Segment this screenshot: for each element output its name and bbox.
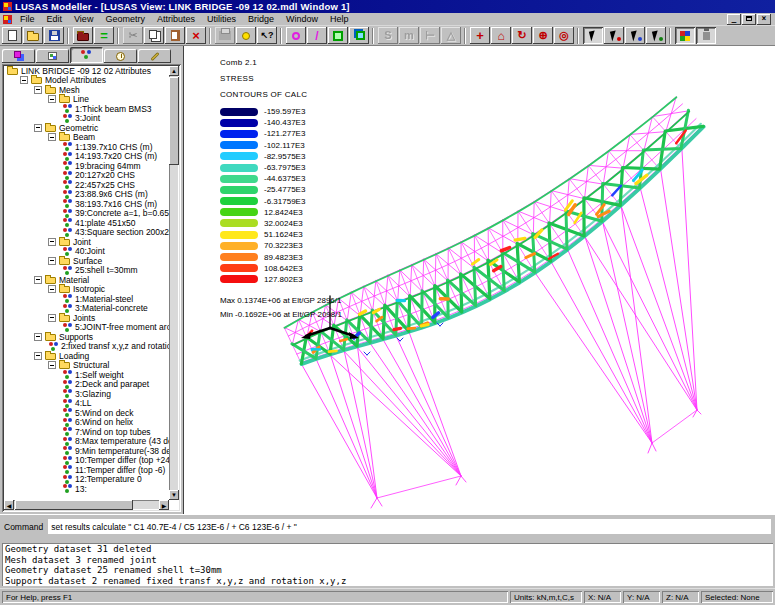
- expander-toggle[interactable]: [48, 238, 56, 246]
- tree-item[interactable]: 43:Square section 200x200: [4, 228, 169, 238]
- tree-item[interactable]: Material: [4, 275, 169, 285]
- rotate-view-button[interactable]: [512, 27, 532, 44]
- tree-item[interactable]: 1:139.7x10 CHS (m): [4, 142, 169, 152]
- delete-button[interactable]: [186, 27, 206, 44]
- tree-item[interactable]: 22:457x25 CHS: [4, 180, 169, 190]
- tree-item[interactable]: Surface: [4, 256, 169, 266]
- tree-item[interactable]: 1:Thick beam BMS3: [4, 104, 169, 114]
- tree-item[interactable]: 9:Min temperature(-38 degree): [4, 446, 169, 456]
- tree-item[interactable]: Loading: [4, 351, 169, 361]
- tree-item[interactable]: Structural: [4, 361, 169, 371]
- menu-utilities[interactable]: Utilities: [202, 13, 241, 25]
- tree-item[interactable]: 4:LL: [4, 399, 169, 409]
- contour-settings-button[interactable]: [675, 27, 695, 44]
- minimize-button[interactable]: _: [727, 14, 741, 25]
- tree-item[interactable]: Model Attributes: [4, 76, 169, 86]
- tree-item[interactable]: 1:Self weight: [4, 370, 169, 380]
- tree-item[interactable]: 2:fixed transf x,y,z and rotation x,y,z: [4, 342, 169, 352]
- draw-volume-button[interactable]: [349, 27, 369, 44]
- tree-item[interactable]: 1:Material-steel: [4, 294, 169, 304]
- menu-window[interactable]: Window: [281, 13, 323, 25]
- tree-item[interactable]: Mesh: [4, 85, 169, 95]
- tree-item[interactable]: LINK BRIDGE -09 12 02 Attributes: [4, 66, 169, 76]
- paste-button[interactable]: [165, 27, 185, 44]
- tree-item[interactable]: 7:Wind on top tubes: [4, 427, 169, 437]
- select-normal-button[interactable]: [583, 27, 603, 44]
- solve-button[interactable]: [94, 27, 114, 44]
- open-file-button[interactable]: [23, 27, 43, 44]
- scroll-right-button[interactable]: ▶: [159, 500, 169, 510]
- tree-item[interactable]: 8:Max temperature (43 degree): [4, 437, 169, 447]
- copy-button[interactable]: [144, 27, 164, 44]
- tree-item[interactable]: 10:Temper differ (top +24): [4, 456, 169, 466]
- tree-item[interactable]: Geometric: [4, 123, 169, 133]
- new-file-button[interactable]: [2, 27, 22, 44]
- tree-item[interactable]: 41:plate 451x50: [4, 218, 169, 228]
- tree-item[interactable]: 11:Temper differ (top -6): [4, 465, 169, 475]
- tab-attributes[interactable]: [70, 47, 103, 63]
- tree-item[interactable]: 38:193.7x16 CHS (m): [4, 199, 169, 209]
- tree-item[interactable]: 39:Concrete a=1, b=0.65: [4, 209, 169, 219]
- tree-item[interactable]: 5:Wind on deck: [4, 408, 169, 418]
- draw-point-button[interactable]: [286, 27, 306, 44]
- tree-vertical-scrollbar[interactable]: ▲ ▼: [169, 66, 179, 500]
- model-viewport[interactable]: Comb 2.1 STRESS CONTOURS OF CALC -159.59…: [184, 46, 775, 514]
- tree-item[interactable]: 40:Joint: [4, 247, 169, 257]
- mesh-toggle-button[interactable]: [696, 27, 716, 44]
- expander-toggle[interactable]: [34, 276, 42, 284]
- restore-button[interactable]: [742, 14, 756, 25]
- tab-history[interactable]: [104, 49, 137, 63]
- scroll-thumb[interactable]: [169, 77, 179, 165]
- tree-item[interactable]: 3:Joint: [4, 114, 169, 124]
- tree-item[interactable]: Joint: [4, 237, 169, 247]
- scroll-thumb-horizontal[interactable]: [15, 500, 133, 510]
- tree-item[interactable]: 20:127x20 CHS: [4, 171, 169, 181]
- save-file-button[interactable]: [44, 27, 64, 44]
- tree-item[interactable]: 6:Wind on helix: [4, 418, 169, 428]
- tree-item[interactable]: 23:88.9x6 CHS (m): [4, 190, 169, 200]
- tree-item[interactable]: 19:bracing 64mm: [4, 161, 169, 171]
- tab-utilities[interactable]: [138, 49, 171, 63]
- expander-toggle[interactable]: [34, 333, 42, 341]
- tree-item[interactable]: Supports: [4, 332, 169, 342]
- close-model-button[interactable]: [73, 27, 93, 44]
- expander-toggle[interactable]: [48, 257, 56, 265]
- menu-file[interactable]: File: [15, 13, 40, 25]
- toggle-annotation-button[interactable]: [236, 27, 256, 44]
- expander-toggle[interactable]: [48, 285, 56, 293]
- tab-groups[interactable]: [36, 49, 69, 63]
- tree-item[interactable]: 14:193.7x20 CHS (m): [4, 152, 169, 162]
- tree-item[interactable]: 25:shell t=30mm: [4, 266, 169, 276]
- select-remove-button[interactable]: [625, 27, 645, 44]
- home-view-button[interactable]: [491, 27, 511, 44]
- expander-toggle[interactable]: [48, 314, 56, 322]
- expander-toggle[interactable]: [34, 352, 42, 360]
- menu-edit[interactable]: Edit: [42, 13, 68, 25]
- zoom-view-button[interactable]: [533, 27, 553, 44]
- tree-item[interactable]: Line: [4, 95, 169, 105]
- close-button[interactable]: ×: [757, 14, 771, 25]
- expander-toggle[interactable]: [48, 133, 56, 141]
- expander-toggle[interactable]: [34, 124, 42, 132]
- tree-item[interactable]: 12:Temperature 0: [4, 475, 169, 485]
- redraw-view-button[interactable]: [554, 27, 574, 44]
- tree-item[interactable]: 3:Material-concrete: [4, 304, 169, 314]
- scroll-down-button[interactable]: ▼: [169, 490, 179, 500]
- expander-toggle[interactable]: [34, 86, 42, 94]
- menu-view[interactable]: View: [69, 13, 98, 25]
- tab-layers[interactable]: [2, 49, 35, 63]
- scroll-up-button[interactable]: ▲: [169, 66, 179, 76]
- draw-surface-button[interactable]: [328, 27, 348, 44]
- menu-attributes[interactable]: Attributes: [152, 13, 200, 25]
- select-toggle-button[interactable]: [646, 27, 666, 44]
- scroll-left-button[interactable]: ◀: [4, 500, 14, 510]
- tree-item[interactable]: 13:: [4, 484, 169, 494]
- menu-geometry[interactable]: Geometry: [100, 13, 150, 25]
- tree-horizontal-scrollbar[interactable]: ◀ ▶: [4, 500, 169, 510]
- tree-item[interactable]: 3:Glazing: [4, 389, 169, 399]
- expander-toggle[interactable]: [48, 95, 56, 103]
- menu-help[interactable]: Help: [325, 13, 354, 25]
- select-add-button[interactable]: [604, 27, 624, 44]
- draw-line-button[interactable]: [307, 27, 327, 44]
- tree-item[interactable]: Isotropic: [4, 285, 169, 295]
